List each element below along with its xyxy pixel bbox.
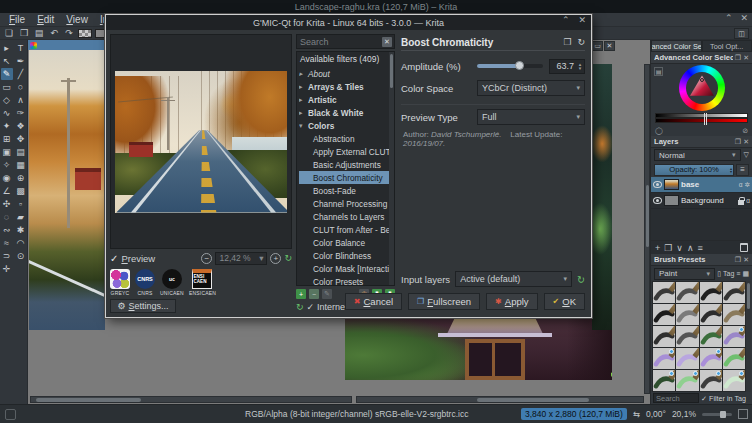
tab-tool-options[interactable]: Tool Opt...: [702, 40, 752, 52]
filter-search[interactable]: ✕: [296, 34, 395, 49]
apply-button[interactable]: ✱ Apply: [486, 293, 537, 310]
tool-contiguous-select-icon[interactable]: ✱: [15, 224, 27, 236]
collapse-icon[interactable]: ⌃: [725, 13, 733, 23]
filter-search-input[interactable]: [297, 37, 382, 47]
tool-polyline-icon[interactable]: ∧: [15, 94, 27, 106]
duplicate-layer-icon[interactable]: ❐: [664, 243, 672, 253]
hscrollbar-left-canvas[interactable]: [30, 396, 352, 403]
preset-filter-select[interactable]: Paint ▾: [654, 268, 715, 280]
preview-image[interactable]: [115, 71, 287, 213]
workspace-chooser-icon[interactable]: ◫: [734, 28, 749, 39]
dialog-collapse-icon[interactable]: ⌃: [562, 15, 570, 25]
amplitude-spinbox[interactable]: 63.7 ▴ ▾: [549, 59, 585, 74]
filter-item-boost-fade[interactable]: Boost-Fade: [299, 184, 394, 197]
tool-line-icon[interactable]: ╱: [15, 68, 27, 80]
hscrollbar-bottom-canvas[interactable]: [356, 396, 644, 403]
filter-item-basic-adjustments[interactable]: Basic Adjustments: [299, 158, 394, 171]
filter-item-channels-to-layers[interactable]: Channels to Layers: [299, 210, 394, 223]
tool-dynamic-brush-icon[interactable]: ✦: [1, 120, 13, 132]
refresh-layers-icon[interactable]: ↻: [577, 274, 585, 285]
filter-item-color-balance[interactable]: Color Balance: [299, 236, 394, 249]
alpha-lock-icon[interactable]: α: [746, 197, 750, 204]
tool-move-icon[interactable]: ✥: [15, 133, 27, 145]
tool-polygon-icon[interactable]: ◇: [1, 94, 13, 106]
tool-text-icon[interactable]: T: [15, 42, 27, 54]
spin-down-icon[interactable]: ▾: [579, 66, 582, 70]
opacity-slider[interactable]: Opacity: 100% ▴▾: [654, 164, 734, 176]
dialog-close-icon[interactable]: ✕: [578, 15, 586, 25]
move-layer-up-icon[interactable]: ∧: [687, 243, 694, 253]
tool-assistants-icon[interactable]: ⊕: [15, 172, 27, 184]
filter-list-scrollbar[interactable]: [389, 52, 394, 285]
saturation-gradient-strip[interactable]: [655, 118, 748, 123]
tool-rect-select-icon[interactable]: ▫: [15, 198, 27, 210]
tool-rectangle-icon[interactable]: ▭: [1, 81, 13, 93]
tool-gradient-icon[interactable]: ▤: [15, 146, 27, 158]
color-selector-settings-icon[interactable]: ▤: [654, 67, 663, 76]
brush-preset[interactable]: [723, 304, 745, 325]
selection-indicator-icon[interactable]: [5, 409, 16, 420]
filter-item-color-blindness[interactable]: Color Blindness: [299, 249, 394, 262]
remove-favorite-icon[interactable]: −: [309, 289, 319, 299]
delete-layer-icon[interactable]: [740, 243, 748, 252]
layer-row-base[interactable]: base α ✲: [651, 177, 752, 193]
fullscreen-button[interactable]: ❐ Fullscreen: [408, 293, 480, 310]
close-docker-icon[interactable]: ✕: [743, 54, 749, 62]
tool-zoom-icon[interactable]: ⊙: [15, 250, 27, 262]
tool-fill-icon[interactable]: ◉: [1, 172, 13, 184]
brush-search-input[interactable]: [653, 393, 699, 403]
internet-checkbox[interactable]: ✓: [307, 302, 315, 312]
caret-right-icon[interactable]: ▸: [299, 70, 308, 78]
filter-item-color-mask-interactive-[interactable]: Color Mask [Interactive]: [299, 262, 394, 275]
canvas-landscape[interactable]: [29, 50, 105, 330]
tab-advanced-color-selector[interactable]: Advanced Color Sele...: [651, 40, 702, 52]
brush-preset[interactable]: [723, 326, 745, 347]
copy-command-icon[interactable]: ❐: [563, 37, 571, 47]
reset-zoom-icon[interactable]: ↻: [284, 253, 292, 263]
lock-icon[interactable]: [738, 200, 744, 205]
brush-preset[interactable]: [700, 370, 722, 391]
amplitude-slider-handle[interactable]: [515, 61, 524, 70]
ok-button[interactable]: ✔ OK: [544, 293, 585, 310]
cancel-button[interactable]: ✖ Cancel: [345, 293, 402, 310]
filter-item-black-white[interactable]: ▸Black & White: [299, 106, 394, 119]
subwindow-close-icon[interactable]: ✕: [604, 41, 615, 51]
filter-item-artistic[interactable]: ▸Artistic: [299, 93, 394, 106]
float-docker-icon[interactable]: ❐: [735, 256, 741, 264]
close-icon[interactable]: ✕: [740, 13, 748, 23]
tool-freehand-select-icon[interactable]: ∾: [1, 224, 13, 236]
redo-icon[interactable]: ↷: [63, 28, 75, 39]
brush-preset[interactable]: [676, 370, 698, 391]
tag-icon[interactable]: ▯: [717, 270, 721, 278]
add-favorite-icon[interactable]: +: [296, 289, 306, 299]
add-layer-icon[interactable]: +: [655, 243, 660, 253]
tool-ellipse-icon[interactable]: ○: [15, 81, 27, 93]
settings-button[interactable]: ⚙ Settings...: [110, 299, 176, 313]
visibility-icon[interactable]: [653, 181, 662, 188]
preview-zoom-select[interactable]: 12,42 % ▾: [215, 252, 267, 265]
canvas-only-icon[interactable]: [738, 409, 748, 419]
tool-freehand-path-icon[interactable]: ✑: [15, 107, 27, 119]
move-layer-down-icon[interactable]: ∨: [676, 243, 683, 253]
color-history-icon[interactable]: ◯: [655, 127, 663, 135]
brush-preset[interactable]: [676, 304, 698, 325]
mirror-icon[interactable]: ⇆: [633, 409, 640, 419]
reset-parameters-icon[interactable]: ↻: [577, 37, 585, 47]
caret-right-icon[interactable]: ▸: [299, 109, 308, 117]
brush-preset[interactable]: [700, 282, 722, 303]
clear-color-icon[interactable]: ⊘: [742, 127, 748, 135]
tool-multibrush-icon[interactable]: ❖: [15, 120, 27, 132]
tool-edit-shapes-icon[interactable]: ↖: [1, 55, 13, 67]
caret-down-icon[interactable]: ▾: [299, 122, 308, 130]
filter-in-tag-checkbox[interactable]: ✓: [701, 394, 707, 403]
tool-select-shapes-icon[interactable]: ▸: [1, 42, 13, 54]
new-document-icon[interactable]: ❏: [3, 28, 15, 39]
layer-options-menu-icon[interactable]: ≡: [736, 164, 749, 176]
layer-properties-icon[interactable]: ≡: [698, 243, 703, 253]
filter-item-arrays-tiles[interactable]: ▸Arrays & Tiles: [299, 80, 394, 93]
brush-preset[interactable]: [700, 304, 722, 325]
zoom-in-icon[interactable]: +: [270, 253, 281, 264]
filter-item-about[interactable]: ▸About: [299, 67, 394, 80]
tool-smart-patch-icon[interactable]: ▩: [15, 185, 27, 197]
canvas-angle[interactable]: 0,00°: [646, 409, 666, 419]
